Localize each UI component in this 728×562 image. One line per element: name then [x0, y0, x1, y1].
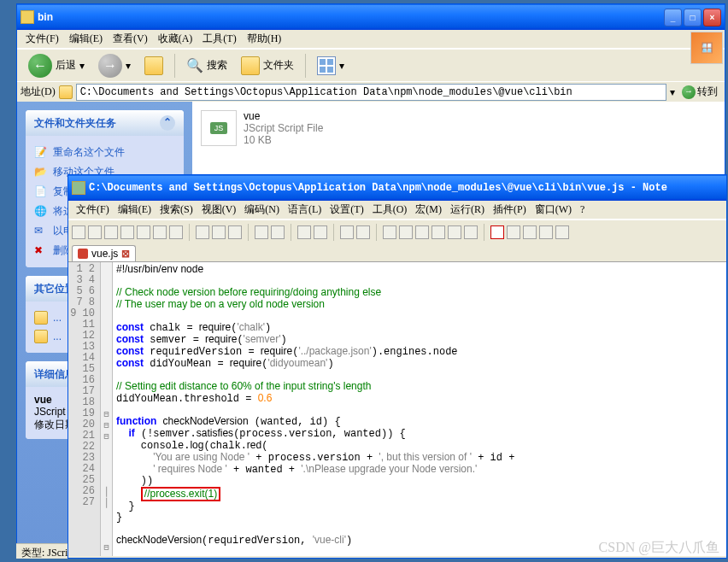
window-title: bin: [38, 11, 662, 23]
sync-icon[interactable]: [383, 225, 396, 239]
open-icon[interactable]: [88, 225, 102, 239]
print-icon[interactable]: [169, 225, 183, 239]
indent-icon[interactable]: [432, 225, 445, 239]
file-type: JScript Script File: [244, 122, 323, 134]
menu-search[interactable]: 搜索(S): [156, 200, 197, 220]
back-button[interactable]: ← 后退 ▾: [22, 50, 91, 82]
zoomin-icon[interactable]: [340, 225, 354, 239]
move-icon: 📂: [34, 166, 48, 179]
menu-run[interactable]: 运行(R): [446, 200, 489, 220]
separator: [248, 224, 249, 241]
menu-plugins[interactable]: 插件(P): [489, 200, 531, 220]
close-button[interactable]: ×: [703, 9, 721, 26]
replace-icon[interactable]: [314, 225, 327, 239]
copy-icon[interactable]: [212, 225, 226, 239]
folder-icon: [34, 311, 48, 325]
explorer-toolbar: ← 后退 ▾ → ▾ 搜索 文件夹 ▾: [17, 49, 725, 81]
undo-icon[interactable]: [255, 225, 268, 239]
chevron-down-icon[interactable]: ▾: [670, 86, 675, 98]
menu-tools[interactable]: 工具(T): [197, 29, 241, 49]
menu-view[interactable]: 视图(V): [197, 200, 241, 220]
chevron-down-icon: ▾: [79, 60, 85, 72]
task-rename[interactable]: 📝重命名这个文件: [34, 143, 175, 162]
stop-icon[interactable]: [523, 225, 537, 239]
closeall-icon[interactable]: [153, 225, 167, 239]
npp-icon: [72, 181, 85, 195]
go-button[interactable]: → 转到: [678, 83, 721, 101]
file-info: vue JScript Script File 10 KB: [244, 110, 323, 146]
fold-column[interactable]: ⊟⊟⊟││⊟: [101, 262, 113, 556]
menu-encoding[interactable]: 编码(N): [240, 200, 284, 220]
fold-icon[interactable]: [448, 225, 461, 239]
save-icon[interactable]: [104, 225, 118, 239]
tab-label: vue.js: [91, 248, 118, 260]
separator: [174, 54, 175, 78]
code-area[interactable]: #!/usr/bin/env node // Check node versio…: [113, 262, 726, 556]
rec-icon[interactable]: [490, 225, 504, 239]
menu-window[interactable]: 窗口(W): [531, 200, 576, 220]
menu-file[interactable]: 文件(F): [72, 200, 114, 220]
menu-tools[interactable]: 工具(O): [368, 200, 412, 220]
editor[interactable]: 1 2 3 4 5 6 7 8 9 10 11 12 13 14 15 16 1…: [68, 262, 726, 556]
minimize-button[interactable]: _: [664, 9, 682, 26]
publish-icon: 🌐: [34, 205, 48, 219]
unfold-icon[interactable]: [464, 225, 478, 239]
wrap-icon[interactable]: [399, 225, 413, 239]
file-vue[interactable]: JS vue JScript Script File 10 KB: [201, 110, 355, 146]
jscript-icon: JS: [201, 110, 237, 146]
search-button[interactable]: 搜索: [180, 53, 233, 78]
forward-icon: →: [98, 54, 122, 78]
maximize-button[interactable]: □: [684, 9, 702, 26]
tasks-header[interactable]: 文件和文件夹任务 ⌃: [26, 110, 184, 136]
paste-icon[interactable]: [228, 225, 242, 239]
menu-macro[interactable]: 宏(M): [411, 200, 446, 220]
explorer-titlebar[interactable]: bin _ □ ×: [17, 4, 725, 30]
npp-menubar: 文件(F) 编辑(E) 搜索(S) 视图(V) 编码(N) 语言(L) 设置(T…: [68, 201, 726, 220]
copy-icon: 📄: [34, 185, 48, 199]
menu-view[interactable]: 查看(V): [108, 29, 153, 49]
file-name: vue: [244, 110, 323, 122]
back-icon: ←: [28, 54, 52, 78]
menu-edit[interactable]: 编辑(E): [114, 200, 156, 220]
close-tab-icon[interactable]: ⊠: [121, 248, 130, 260]
menu-help[interactable]: 帮助(H): [242, 29, 287, 49]
folders-button[interactable]: 文件夹: [235, 52, 300, 79]
folder-icon: [34, 330, 48, 343]
find-icon[interactable]: [297, 225, 311, 239]
highlighted-line: //process.exit(1): [141, 487, 220, 501]
menu-edit[interactable]: 编辑(E): [64, 29, 108, 49]
close-icon[interactable]: [137, 225, 150, 239]
zoomout-icon[interactable]: [356, 225, 370, 239]
up-button[interactable]: [138, 52, 169, 79]
play-icon[interactable]: [507, 225, 520, 239]
menu-help[interactable]: ?: [576, 201, 589, 219]
address-input[interactable]: [76, 84, 666, 101]
forward-button[interactable]: → ▾: [92, 50, 137, 82]
tasks-header-label: 文件和文件夹任务: [34, 116, 116, 131]
allchars-icon[interactable]: [415, 225, 429, 239]
menu-fav[interactable]: 收藏(A): [153, 29, 198, 49]
npp-tabs: vue.js ⊠: [68, 243, 726, 262]
playmulti-icon[interactable]: [539, 225, 553, 239]
menu-file[interactable]: 文件(F): [21, 29, 64, 49]
cut-icon[interactable]: [196, 225, 209, 239]
folder-icon: [21, 10, 34, 24]
email-icon: ✉: [34, 225, 48, 238]
redo-icon[interactable]: [271, 225, 285, 239]
new-icon[interactable]: [72, 225, 85, 239]
separator: [189, 224, 190, 241]
menu-settings[interactable]: 设置(T): [326, 200, 367, 220]
npp-titlebar[interactable]: C:\Documents and Settings\Octopus\Applic…: [68, 175, 726, 201]
delete-icon: ✖: [34, 244, 48, 258]
tab-vuejs[interactable]: vue.js ⊠: [72, 245, 136, 261]
rename-icon: 📝: [34, 146, 48, 160]
collapse-icon[interactable]: ⌃: [160, 115, 175, 131]
line-numbers: 1 2 3 4 5 6 7 8 9 10 11 12 13 14 15 16 1…: [68, 262, 101, 556]
separator: [291, 224, 291, 241]
npp-window: C:\Documents and Settings\Octopus\Applic…: [68, 174, 727, 559]
savem-icon[interactable]: [555, 225, 569, 239]
saveall-icon[interactable]: [120, 225, 134, 239]
views-button[interactable]: ▾: [311, 52, 350, 79]
menu-lang[interactable]: 语言(L): [284, 200, 326, 220]
windows-logo: 🪟: [690, 32, 723, 64]
